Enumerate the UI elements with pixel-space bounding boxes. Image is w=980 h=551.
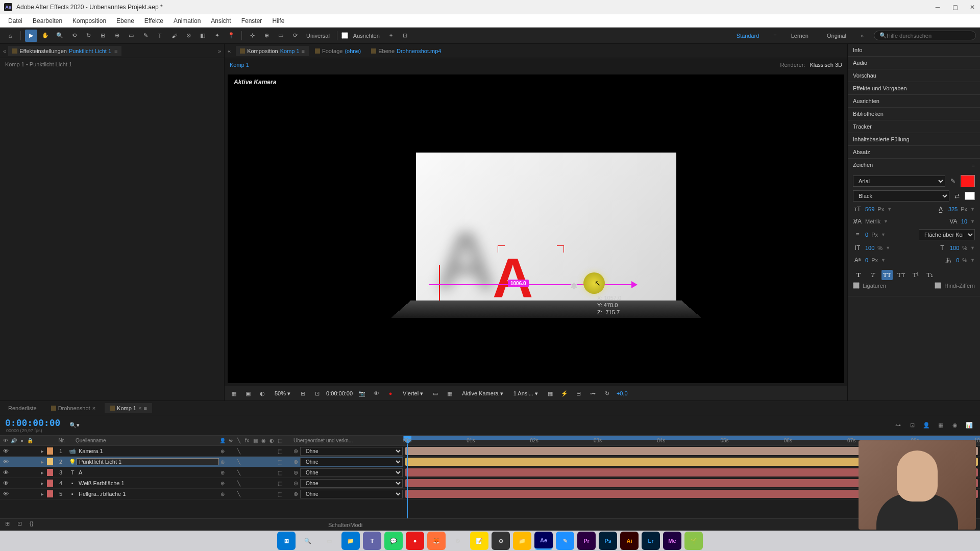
panel-next[interactable]: » — [218, 48, 221, 54]
firefox-icon[interactable]: 🦊 — [427, 532, 446, 550]
workspace-lernen[interactable]: Lernen — [787, 31, 813, 41]
view-dropdown[interactable]: Aktive Kamera ▾ — [459, 389, 506, 398]
after-effects-icon[interactable]: Ae — [534, 532, 553, 550]
panel-prev[interactable]: « — [3, 48, 6, 54]
font-family-dropdown[interactable]: Arial — [853, 176, 945, 187]
timeline-tab-drohnenshot[interactable]: Drohnenshot × — [46, 403, 101, 413]
panel-prev[interactable]: « — [228, 48, 231, 54]
graph-editor-icon[interactable]: 📊 — [964, 420, 975, 431]
kerning-value[interactable]: Metrik — [865, 218, 880, 224]
photoshop-icon[interactable]: Ps — [599, 532, 617, 550]
comp-breadcrumb[interactable]: Komp 1 — [230, 62, 249, 68]
effect-controls-tab[interactable]: Effekteinstellungen Punktlicht Licht 1 ≡ — [8, 46, 121, 56]
app-icon-green[interactable]: 🌱 — [684, 532, 703, 550]
panel-inhaltsbasierte-füllung[interactable]: Inhaltsbasierte Füllung — [848, 133, 980, 145]
menu-ansicht[interactable]: Ansicht — [206, 15, 236, 27]
home-tool[interactable]: ⌂ — [4, 30, 16, 42]
puppet-tool[interactable]: 📍 — [225, 30, 237, 42]
allcaps-button[interactable]: TT — [881, 270, 893, 280]
menu-animation[interactable]: Animation — [168, 15, 206, 27]
channel-icon[interactable]: ● — [385, 388, 396, 398]
roto-tool[interactable]: ✦ — [211, 30, 223, 42]
explorer-icon[interactable]: 📁 — [341, 532, 360, 550]
zoom-dropdown[interactable]: 50% ▾ — [272, 389, 293, 398]
teams-icon[interactable]: T — [363, 532, 381, 550]
menu-hilfe[interactable]: Hilfe — [267, 15, 289, 27]
layer-row[interactable]: 👁▸4▪Weiß Farbfläche 1⊕╲⬚⊚Ohne — [0, 478, 403, 489]
dropdown-arrow-icon[interactable]: ▼ — [886, 245, 890, 251]
always-preview-icon[interactable]: ▦ — [229, 388, 239, 398]
tsume-value[interactable]: 0 — [956, 257, 959, 263]
menu-datei[interactable]: Datei — [3, 15, 28, 27]
panel-absatz[interactable]: Absatz — [848, 146, 980, 158]
motion-blur-icon[interactable]: ◉ — [949, 420, 961, 431]
fill-color-swatch[interactable] — [961, 175, 975, 187]
shy-icon[interactable]: 👤 — [921, 420, 932, 431]
resolution-dropdown[interactable]: Viertel ▾ — [400, 389, 426, 398]
brush-tool[interactable]: 🖌 — [168, 30, 180, 42]
menu-bearbeiten[interactable]: Bearbeiten — [28, 15, 67, 27]
stroke-fill-dropdown[interactable]: Fläche über Kon... — [919, 229, 975, 240]
whatsapp-icon[interactable]: 💬 — [384, 532, 403, 550]
solo-column-icon[interactable]: ● — [18, 437, 26, 444]
dropdown-arrow-icon[interactable]: ▼ — [887, 207, 892, 212]
workspace-standard[interactable]: Standard — [732, 31, 764, 41]
minimize-button[interactable]: ─ — [934, 4, 941, 11]
panel-tracker[interactable]: Tracker — [848, 120, 980, 133]
align-checkbox[interactable] — [341, 32, 348, 39]
workspace-original[interactable]: Original — [823, 31, 850, 41]
timeline-tab-renderliste[interactable]: Renderliste — [3, 403, 42, 413]
panel-menu-icon[interactable]: ≡ — [972, 162, 975, 168]
bold-button[interactable]: T — [853, 270, 864, 280]
menu-effekte[interactable]: Effekte — [139, 15, 168, 27]
eraser-tool[interactable]: ◧ — [197, 30, 209, 42]
y-axis-gizmo[interactable] — [439, 265, 440, 300]
ligatures-checkbox[interactable] — [853, 282, 860, 289]
baseline-value[interactable]: 0 — [865, 257, 868, 263]
panel-bibliotheken[interactable]: Bibliotheken — [848, 108, 980, 120]
reset-exposure-icon[interactable]: ↻ — [602, 388, 612, 398]
swap-colors-icon[interactable]: ⇄ — [952, 191, 962, 201]
panel-ausrichten[interactable]: Ausrichten — [848, 95, 980, 107]
tab-menu-icon[interactable]: ≡ — [114, 48, 117, 54]
italic-button[interactable]: T — [867, 270, 878, 280]
type-tool[interactable]: T — [154, 30, 166, 42]
text-layer-a[interactable]: A — [493, 249, 533, 306]
world-axis-tool[interactable]: ⊕ — [260, 30, 273, 42]
help-search[interactable]: 🔍 — [874, 31, 976, 40]
roi-icon[interactable]: ▭ — [430, 388, 440, 398]
frame-blend-icon[interactable]: ▦ — [935, 420, 946, 431]
rect-tool[interactable]: ▭ — [125, 30, 137, 42]
local-axis-tool[interactable]: ⊹ — [246, 30, 258, 42]
light-marker[interactable]: ✱ — [570, 281, 578, 292]
fast-preview-icon[interactable]: ⚡ — [559, 388, 570, 398]
snap-tool[interactable]: ⟳ — [289, 30, 301, 42]
eyedropper-icon[interactable]: ✎ — [948, 177, 958, 186]
maximize-button[interactable]: ▢ — [951, 4, 959, 11]
grid-icon[interactable]: ⊡ — [312, 388, 322, 398]
timeline-search[interactable]: 🔍▾ — [69, 422, 80, 429]
video-column-icon[interactable]: 👁 — [2, 437, 9, 444]
media-encoder-icon[interactable]: Me — [663, 532, 681, 550]
dropdown-arrow-icon[interactable]: ▼ — [881, 258, 886, 263]
illustrator-icon[interactable]: Ai — [620, 532, 639, 550]
snapshot-icon[interactable]: 📷 — [357, 388, 367, 398]
superscript-button[interactable]: T¹ — [910, 270, 921, 280]
clone-tool[interactable]: ⊗ — [182, 30, 194, 42]
hindi-checkbox[interactable] — [935, 282, 941, 289]
panel-info[interactable]: Info — [848, 44, 980, 56]
zoom-tool[interactable]: 🔍 — [54, 30, 66, 42]
menu-fenster[interactable]: Fenster — [236, 15, 267, 27]
lightroom-icon[interactable]: Lr — [642, 532, 660, 550]
character-panel-header[interactable]: Zeichen ≡ — [848, 159, 980, 171]
timeline-tab-komp 1[interactable]: Komp 1 × ≡ — [105, 403, 152, 413]
start-button[interactable]: ⊞ — [277, 532, 296, 550]
pan-behind-tool[interactable]: ⊕ — [111, 30, 123, 42]
font-size-value[interactable]: 569 — [865, 206, 874, 212]
toggle-modes-icon[interactable]: ⊡ — [17, 520, 27, 530]
panel-vorschau[interactable]: Vorschau — [848, 69, 980, 82]
viewer-timecode[interactable]: 0:00:00:00 — [326, 390, 353, 396]
layer-row[interactable]: 👁▸3TA⊕╲⬚⊚Ohne — [0, 467, 403, 478]
renderer-value[interactable]: Klassisch 3D — [810, 62, 842, 68]
layer-row[interactable]: 👁▸1📹Kamera 1⊕╲⬚⊚Ohne — [0, 446, 403, 457]
